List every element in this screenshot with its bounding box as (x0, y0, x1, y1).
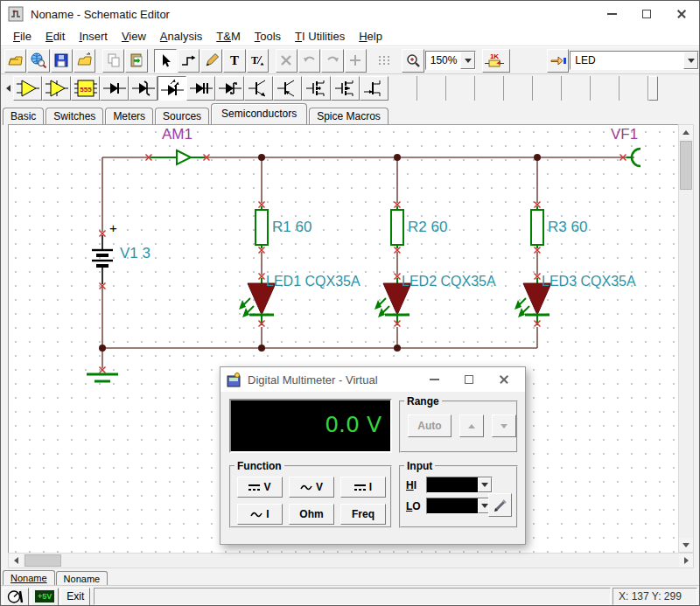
voltage-pin-label[interactable]: VF1 (611, 126, 638, 143)
open-file-button[interactable] (4, 49, 26, 73)
vertical-scroll-thumb[interactable] (680, 141, 692, 190)
close-button[interactable] (664, 1, 699, 27)
component-schottky-button[interactable] (215, 76, 244, 101)
menu-tm[interactable]: T&M (209, 28, 247, 45)
led-label[interactable]: LED3 CQX35A (542, 274, 636, 289)
led-label[interactable]: LED2 CQX35A (402, 274, 496, 289)
text-tool-button[interactable]: T (223, 49, 245, 73)
component-555-timer-button[interactable]: 555 (71, 76, 100, 101)
component-opamp-power-button[interactable] (42, 76, 71, 101)
range-down-button[interactable] (492, 414, 516, 437)
zoom-combo-arrow[interactable] (460, 52, 475, 69)
component-search-combo[interactable]: LED (570, 51, 699, 70)
led-label[interactable]: LED1 CQX35A (266, 274, 360, 289)
grid-toggle-button[interactable] (374, 49, 396, 73)
resistor-label[interactable]: R3 60 (548, 219, 587, 235)
menu-insert[interactable]: Insert (72, 28, 115, 45)
component-scroll-left-button[interactable] (3, 76, 13, 101)
tab-sources[interactable]: Sources (155, 108, 209, 125)
scroll-up-button[interactable] (679, 125, 693, 139)
resistor-label[interactable]: R1 60 (272, 219, 312, 235)
component-diode-button[interactable] (100, 76, 129, 101)
function-ohm-button[interactable]: Ohm (289, 504, 334, 525)
branch-r2-led2[interactable] (374, 157, 411, 348)
resistor-label[interactable]: R2 60 (408, 219, 447, 235)
scroll-down-button[interactable] (679, 538, 693, 552)
branch-r3-led3[interactable] (514, 157, 551, 348)
component-opamp-button[interactable] (13, 76, 42, 101)
multimeter-titlebar[interactable]: Digital Multimeter - Virtual (220, 367, 525, 392)
component-nmos-button[interactable] (302, 76, 331, 101)
menu-view[interactable]: View (115, 28, 153, 45)
sheet-tab-noname-1[interactable]: Noname (3, 570, 55, 585)
range-up-button[interactable] (459, 414, 484, 437)
range-auto-button[interactable]: Auto (408, 414, 452, 437)
function-ac-voltage-button[interactable]: V (289, 477, 334, 498)
open-web-button[interactable] (27, 49, 49, 73)
function-freq-button[interactable]: Freq (340, 504, 386, 525)
component-zener-button[interactable] (129, 76, 158, 101)
input-hi-combo-arrow[interactable] (478, 477, 492, 492)
zoom-tool-button[interactable] (402, 49, 424, 73)
tab-switches[interactable]: Switches (46, 108, 103, 125)
component-led-button[interactable] (158, 76, 186, 101)
select-tool-button[interactable] (154, 49, 176, 73)
component-values-button[interactable]: 1K (482, 49, 510, 73)
menu-ti-utilities[interactable]: TI Utilities (288, 28, 352, 45)
battery-symbol[interactable]: + (92, 220, 117, 289)
component-pmos-button[interactable] (331, 76, 360, 101)
tab-semiconductors[interactable]: Semiconductors (211, 103, 307, 124)
battery-label[interactable]: V1 3 (120, 245, 150, 261)
ammeter-symbol[interactable] (146, 150, 210, 164)
tab-spice-macros[interactable]: Spice Macros (309, 108, 388, 125)
branch-r1-led1[interactable] (239, 157, 276, 348)
maximize-button[interactable] (629, 1, 664, 27)
undo-button[interactable] (298, 49, 320, 73)
power-5v-button[interactable]: +5V (31, 588, 59, 606)
scroll-left-button[interactable] (9, 554, 23, 568)
vertical-scrollbar[interactable] (678, 124, 694, 553)
minimize-button[interactable] (594, 1, 629, 27)
component-jfet-button[interactable] (360, 76, 388, 101)
label-tool-button[interactable]: T (247, 49, 269, 73)
tab-meters[interactable]: Meters (105, 108, 153, 125)
delete-button[interactable] (276, 49, 298, 73)
ammeter-label[interactable]: AM1 (162, 126, 192, 143)
dmm-close-button[interactable] (486, 367, 522, 392)
dmm-minimize-button[interactable] (416, 367, 452, 392)
component-varicap-button[interactable] (186, 76, 215, 101)
function-ac-current-button[interactable]: I (237, 504, 283, 525)
component-pnp-button[interactable] (273, 76, 302, 101)
open-recent-button[interactable] (74, 49, 95, 73)
menu-analysis[interactable]: Analysis (153, 28, 209, 45)
function-dc-current-button[interactable]: I (340, 477, 386, 498)
sheet-tab-noname-2[interactable]: Noname (56, 571, 108, 586)
component-npn-button[interactable] (244, 76, 273, 101)
voltage-pin-symbol[interactable] (620, 149, 641, 166)
menu-file[interactable]: File (6, 28, 38, 45)
probe-mode-button[interactable] (3, 588, 29, 606)
save-button[interactable] (51, 49, 73, 73)
menu-help[interactable]: Help (352, 28, 389, 45)
input-hi-combo[interactable] (426, 477, 493, 493)
draw-tool-button[interactable] (200, 49, 222, 73)
menu-edit[interactable]: Edit (38, 28, 72, 45)
scroll-right-button[interactable] (679, 554, 693, 568)
paste-button[interactable] (125, 49, 147, 73)
horizontal-scroll-thumb[interactable] (24, 554, 61, 567)
wires[interactable] (102, 157, 634, 368)
wire-tool-button[interactable] (178, 49, 200, 73)
tab-basic[interactable]: Basic (3, 108, 44, 125)
ground-symbol[interactable] (87, 367, 118, 382)
component-scroll-right-button[interactable] (648, 76, 658, 101)
redo-button[interactable] (321, 49, 343, 73)
find-component-button[interactable] (547, 49, 569, 73)
menu-tools[interactable]: Tools (248, 28, 288, 45)
copy-button[interactable] (102, 49, 124, 73)
input-lo-combo[interactable] (426, 498, 493, 514)
component-combo-arrow[interactable] (683, 52, 698, 69)
zoom-level-combo[interactable]: 150% (425, 51, 477, 70)
horizontal-scrollbar[interactable] (8, 553, 694, 568)
function-dc-voltage-button[interactable]: V (237, 477, 283, 498)
probe-button[interactable] (488, 493, 512, 517)
